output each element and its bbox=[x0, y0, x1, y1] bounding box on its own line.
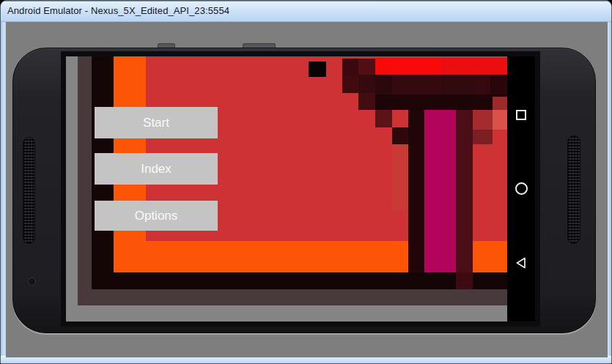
speaker-grille-right bbox=[567, 135, 580, 244]
game-pixel-block bbox=[78, 56, 92, 305]
index-button[interactable]: Index bbox=[95, 153, 218, 185]
title-bar[interactable]: Android Emulator - Nexus_5X_Edited_API_2… bbox=[1, 1, 611, 22]
game-pixel-block bbox=[342, 76, 358, 93]
emulator-client-area: Start Index Options bbox=[6, 22, 608, 357]
game-pixel-block bbox=[92, 272, 507, 289]
game-pixel-block bbox=[375, 58, 441, 75]
game-pixel-block bbox=[473, 110, 493, 130]
game-viewport: Start Index Options bbox=[78, 56, 507, 305]
options-button[interactable]: Options bbox=[95, 201, 218, 231]
game-pixel-block bbox=[358, 93, 375, 110]
back-button[interactable] bbox=[507, 248, 535, 278]
game-pixel-block bbox=[309, 62, 326, 77]
emulator-window: Android Emulator - Nexus_5X_Edited_API_2… bbox=[0, 0, 612, 364]
game-pixel-block bbox=[424, 110, 456, 272]
game-pixel-block bbox=[473, 130, 493, 144]
window-title: Android Emulator - Nexus_5X_Edited_API_2… bbox=[7, 5, 229, 16]
game-pixel-block bbox=[342, 59, 358, 76]
game-pixel-block bbox=[456, 110, 473, 272]
game-pixel-block bbox=[375, 110, 392, 127]
phone-screen: Start Index Options bbox=[66, 56, 535, 322]
game-pixel-block bbox=[78, 289, 507, 305]
start-button[interactable]: Start bbox=[95, 107, 218, 138]
game-pixel-block bbox=[441, 75, 474, 94]
home-circle-icon bbox=[515, 182, 528, 195]
recents-button[interactable] bbox=[507, 100, 535, 130]
home-button[interactable] bbox=[507, 174, 535, 203]
start-button-label: Start bbox=[143, 116, 169, 130]
game-pixel-block bbox=[392, 144, 408, 210]
game-pixel-block bbox=[408, 110, 424, 272]
game-pixel-block bbox=[375, 75, 392, 94]
game-pixel-block bbox=[493, 97, 507, 110]
window-frame-left bbox=[1, 22, 6, 356]
options-button-label: Options bbox=[135, 209, 178, 223]
game-pixel-block bbox=[441, 58, 507, 75]
game-pixel-block bbox=[375, 94, 507, 110]
phone-skin: Start Index Options bbox=[12, 48, 596, 333]
recents-square-icon bbox=[516, 110, 526, 120]
game-pixel-block bbox=[392, 127, 408, 144]
game-pixel-block bbox=[456, 272, 473, 289]
speaker-grille-left bbox=[23, 137, 35, 244]
back-triangle-icon bbox=[515, 256, 528, 270]
game-pixel-block bbox=[490, 75, 507, 94]
index-button-label: Index bbox=[141, 162, 172, 177]
camera-dot bbox=[28, 278, 36, 286]
game-pixel-block bbox=[493, 110, 507, 130]
android-nav-bar bbox=[507, 56, 535, 322]
